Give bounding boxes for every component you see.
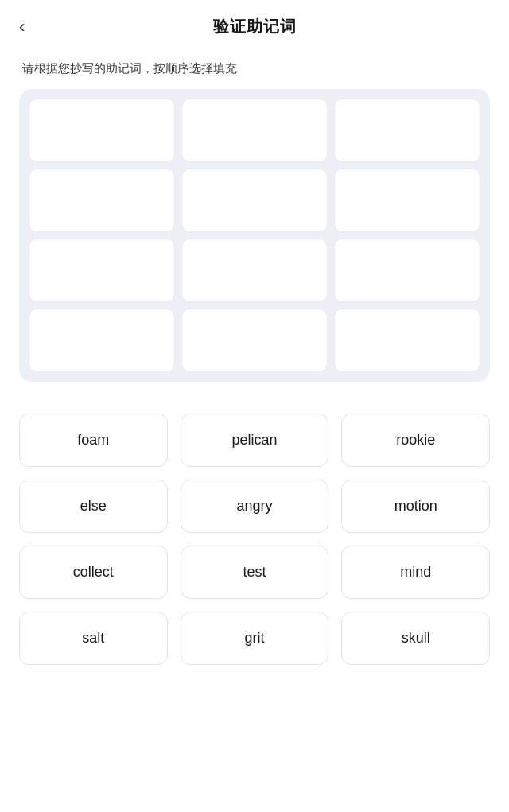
mnemonic-cell bbox=[181, 239, 328, 302]
header: ‹ 验证助记词 bbox=[0, 0, 509, 45]
word-button-foam[interactable]: foam bbox=[19, 414, 168, 467]
word-grid: foampelicanrookieelseangrymotioncollectt… bbox=[19, 414, 490, 665]
mnemonic-cell bbox=[334, 99, 480, 162]
mnemonic-cell bbox=[181, 99, 328, 162]
mnemonic-cell bbox=[334, 169, 480, 232]
word-button-mind[interactable]: mind bbox=[341, 546, 490, 599]
mnemonic-cell bbox=[29, 239, 175, 302]
word-button-skull[interactable]: skull bbox=[341, 612, 490, 665]
word-button-else[interactable]: else bbox=[19, 480, 168, 533]
word-button-collect[interactable]: collect bbox=[19, 546, 168, 599]
mnemonic-cell bbox=[29, 309, 175, 372]
mnemonic-cell bbox=[334, 309, 480, 372]
word-button-grit[interactable]: grit bbox=[181, 612, 329, 665]
mnemonic-cell bbox=[334, 239, 480, 302]
word-selection-area: foampelicanrookieelseangrymotioncollectt… bbox=[19, 414, 490, 665]
page-title: 验证助记词 bbox=[213, 16, 297, 37]
word-button-pelican[interactable]: pelican bbox=[181, 414, 329, 467]
word-button-salt[interactable]: salt bbox=[19, 612, 168, 665]
word-button-rookie[interactable]: rookie bbox=[341, 414, 490, 467]
mnemonic-grid bbox=[29, 99, 480, 372]
back-button[interactable]: ‹ bbox=[19, 18, 25, 36]
mnemonic-cell bbox=[29, 169, 175, 232]
mnemonic-grid-container bbox=[19, 89, 490, 382]
word-button-test[interactable]: test bbox=[181, 546, 329, 599]
mnemonic-cell bbox=[181, 169, 328, 232]
subtitle-text: 请根据您抄写的助记词，按顺序选择填充 bbox=[0, 45, 509, 89]
mnemonic-cell bbox=[181, 309, 328, 372]
mnemonic-cell bbox=[29, 99, 175, 162]
word-button-angry[interactable]: angry bbox=[181, 480, 329, 533]
word-button-motion[interactable]: motion bbox=[341, 480, 490, 533]
